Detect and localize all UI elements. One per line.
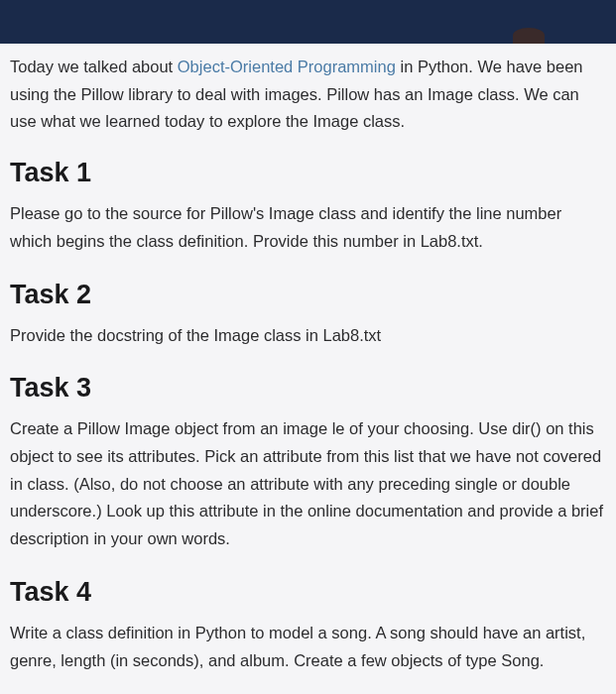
document-content: Today we talked about Object-Oriented Pr… <box>0 44 616 674</box>
task-3-body: Create a Pillow Image object from an ima… <box>10 415 604 553</box>
task-2-body: Provide the docstring of the Image class… <box>10 322 604 350</box>
task-4-heading: Task 4 <box>10 577 604 608</box>
avatar <box>513 28 545 44</box>
task-4-body: Write a class definition in Python to mo… <box>10 620 604 674</box>
task-1-heading: Task 1 <box>10 158 604 188</box>
task-3-heading: Task 3 <box>10 373 604 404</box>
top-nav-bar <box>0 0 616 44</box>
intro-paragraph: Today we talked about Object-Oriented Pr… <box>10 54 604 136</box>
intro-prefix: Today we talked about <box>10 58 178 75</box>
task-1-body: Please go to the source for Pillow's Ima… <box>10 200 604 255</box>
oop-link[interactable]: Object-Oriented Programming <box>178 58 396 75</box>
task-2-heading: Task 2 <box>10 280 604 310</box>
